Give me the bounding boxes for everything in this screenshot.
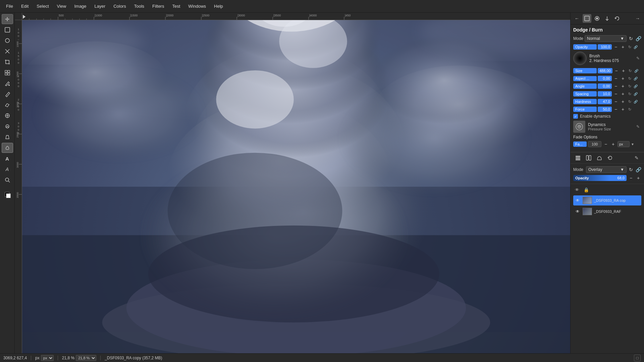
tool-grid[interactable]	[2, 68, 13, 78]
size-minus-btn[interactable]: −	[613, 68, 620, 74]
tool-dodge-burn[interactable]	[2, 143, 13, 153]
panel-prev-btn[interactable]: ←	[573, 14, 581, 23]
hardness-label[interactable]: Hardness	[573, 99, 597, 104]
zoom-select[interactable]: 21,8 %	[76, 355, 96, 361]
layer-mode-chain-btn[interactable]: 🔗	[635, 167, 641, 173]
opacity-reset-btn[interactable]: ↻	[627, 44, 632, 50]
menu-file[interactable]: File	[3, 2, 16, 10]
panel-undo-btn[interactable]	[613, 14, 622, 23]
spacing-plus-btn[interactable]: +	[620, 91, 626, 97]
dynamics-edit-btn[interactable]: ✎	[635, 123, 641, 130]
layer-visible-eye-icon[interactable]: 👁	[573, 186, 581, 193]
panel-export-btn[interactable]	[603, 14, 611, 23]
layer-item-original[interactable]: 👁 _DSF0933_RAF	[573, 206, 641, 217]
angle-minus-btn[interactable]: −	[613, 83, 619, 89]
layer-opacity-plus-btn[interactable]: +	[635, 175, 641, 181]
menu-tools[interactable]: Tools	[131, 2, 148, 10]
tool-magnify[interactable]	[2, 175, 13, 185]
menu-view[interactable]: View	[54, 2, 70, 10]
image-canvas[interactable]	[22, 20, 570, 353]
mode-dropdown[interactable]: Normal ▼	[585, 35, 627, 42]
menu-layer[interactable]: Layer	[91, 2, 109, 10]
force-reset-btn[interactable]: ↻	[627, 107, 632, 112]
unit-select[interactable]: px	[41, 355, 54, 361]
tab-channels[interactable]	[584, 154, 593, 162]
aspect-reset-btn[interactable]: ↻	[627, 76, 632, 81]
tool-transform[interactable]	[2, 46, 13, 56]
menu-windows[interactable]: Windows	[185, 2, 209, 10]
menu-help[interactable]: Help	[211, 2, 226, 10]
tool-colors[interactable]	[2, 190, 13, 200]
tool-eraser[interactable]	[2, 100, 13, 110]
hardness-plus-btn[interactable]: +	[620, 99, 626, 105]
size-plus-btn[interactable]: +	[621, 68, 627, 74]
hardness-minus-btn[interactable]: −	[613, 99, 619, 105]
brush-name[interactable]: 2. Hardness 075	[589, 58, 632, 63]
aspect-value[interactable]: 0,00	[598, 76, 612, 81]
tab-history[interactable]	[605, 154, 615, 162]
tab-layers[interactable]	[573, 154, 583, 162]
aspect-chain-btn[interactable]: 🔗	[633, 76, 638, 81]
panel-brush-btn[interactable]	[593, 14, 601, 23]
hardness-chain-btn[interactable]: 🔗	[633, 99, 638, 104]
size-chain-btn[interactable]: 🔗	[634, 68, 639, 73]
panel-canvas-btn[interactable]	[583, 14, 591, 23]
tool-crop[interactable]	[2, 57, 13, 67]
spacing-value[interactable]: 10,0	[598, 91, 612, 97]
brush-edit-btn[interactable]: ✎	[635, 55, 641, 62]
tab-paths[interactable]	[595, 154, 604, 162]
menu-select[interactable]: Select	[33, 2, 52, 10]
menu-edit[interactable]: Edit	[18, 2, 32, 10]
size-label[interactable]: Size	[573, 68, 597, 73]
tool-heal[interactable]	[2, 121, 13, 131]
layer-item-copy[interactable]: 👁 _DSF0933_RA cop	[573, 195, 641, 205]
fade-unit[interactable]: px	[618, 141, 630, 147]
opacity-chain-btn[interactable]: 🔗	[633, 45, 638, 49]
opacity-minus-btn[interactable]: −	[613, 44, 619, 50]
status-expand-btn[interactable]: □	[634, 355, 641, 361]
layer-mode-reset-btn[interactable]: ↻	[628, 167, 634, 173]
fade-value-input[interactable]	[588, 141, 601, 147]
fade-plus-btn[interactable]: +	[610, 141, 616, 147]
layer-1-eye-icon[interactable]: 👁	[575, 197, 581, 203]
menu-colors[interactable]: Colors	[110, 2, 129, 10]
brush-preview[interactable]	[573, 52, 587, 65]
angle-chain-btn[interactable]: 🔗	[633, 84, 638, 88]
aspect-plus-btn[interactable]: +	[620, 75, 626, 81]
tool-move[interactable]: ✛	[2, 14, 13, 24]
angle-reset-btn[interactable]: ↻	[627, 83, 632, 89]
tool-text[interactable]: A	[2, 154, 13, 164]
tool-view[interactable]	[2, 25, 13, 35]
hardness-value[interactable]: 47,0	[598, 99, 612, 104]
tool-text-italic[interactable]: A	[2, 164, 13, 174]
angle-value[interactable]: 0,00	[598, 83, 612, 89]
layer-mode-dropdown[interactable]: Overlay ▼	[586, 166, 627, 173]
opacity-plus-btn[interactable]: +	[620, 44, 626, 50]
dynamics-icon[interactable]	[573, 121, 585, 133]
spacing-minus-btn[interactable]: −	[613, 91, 619, 97]
tool-pencil[interactable]	[2, 89, 13, 99]
aspect-label[interactable]: Aspect ...	[573, 76, 597, 81]
tab-expand[interactable]: ✎	[632, 154, 641, 162]
force-value[interactable]: 50,0	[598, 107, 612, 112]
layer-lock-icon[interactable]: 🔒	[583, 186, 590, 193]
hardness-reset-btn[interactable]: ↻	[627, 99, 632, 104]
fade-minus-btn[interactable]: −	[603, 141, 609, 147]
layer-opacity-bar[interactable]: Opacity 68,0	[573, 175, 627, 181]
angle-plus-btn[interactable]: +	[620, 83, 626, 89]
size-reset-btn[interactable]: ↻	[628, 68, 633, 73]
fade-label[interactable]: Fa...	[573, 141, 587, 147]
layer-opacity-minus-btn[interactable]: −	[628, 175, 634, 181]
size-value[interactable]: 488,00	[598, 68, 612, 73]
spacing-chain-btn[interactable]: 🔗	[633, 92, 638, 96]
enable-dynamics-checkbox[interactable]: ✓	[573, 114, 578, 119]
aspect-minus-btn[interactable]: −	[613, 75, 619, 81]
angle-label[interactable]: Angle	[573, 83, 597, 89]
tool-clone[interactable]	[2, 111, 13, 121]
menu-image[interactable]: Image	[71, 2, 90, 10]
force-plus-btn[interactable]: +	[620, 106, 626, 112]
tool-lasso[interactable]	[2, 36, 13, 46]
tool-perspective[interactable]	[2, 132, 13, 142]
mode-reset-btn[interactable]: ↻	[628, 36, 634, 42]
force-minus-btn[interactable]: −	[613, 106, 619, 112]
